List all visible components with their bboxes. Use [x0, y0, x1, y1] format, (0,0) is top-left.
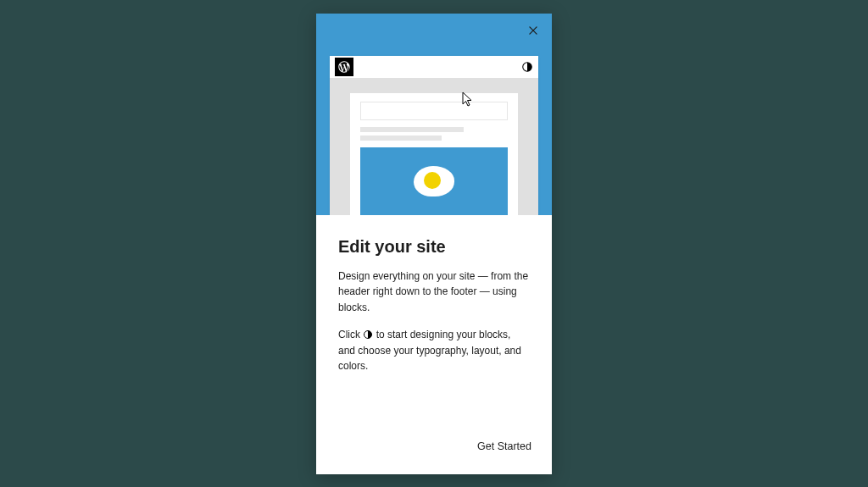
mock-placeholder-line — [360, 127, 464, 132]
wordpress-logo-icon — [335, 58, 353, 76]
mock-editor — [330, 56, 538, 215]
modal-paragraph-1: Design everything on your site — from th… — [338, 268, 530, 316]
close-icon — [527, 25, 539, 40]
mock-content — [350, 93, 518, 215]
egg-illustration — [414, 166, 454, 196]
cursor-icon — [462, 91, 476, 112]
illustration-panel — [316, 14, 552, 215]
mock-hero-block — [360, 147, 508, 215]
styles-icon — [363, 329, 373, 339]
modal-paragraph-2: Click to start designing your blocks, an… — [338, 327, 530, 374]
get-started-button[interactable]: Get Started — [474, 435, 535, 457]
mock-toolbar — [330, 56, 538, 78]
close-button[interactable] — [525, 24, 542, 41]
modal-title: Edit your site — [338, 237, 530, 257]
paragraph-text: Click — [338, 329, 363, 340]
styles-icon — [521, 61, 533, 73]
modal-content: Edit your site Design everything on your… — [316, 215, 552, 423]
mock-placeholder-block — [360, 102, 508, 120]
welcome-guide-modal: Edit your site Design everything on your… — [316, 14, 552, 474]
mock-canvas — [330, 78, 538, 215]
modal-footer: Get Started — [316, 423, 552, 474]
mock-placeholder-line — [360, 136, 442, 141]
